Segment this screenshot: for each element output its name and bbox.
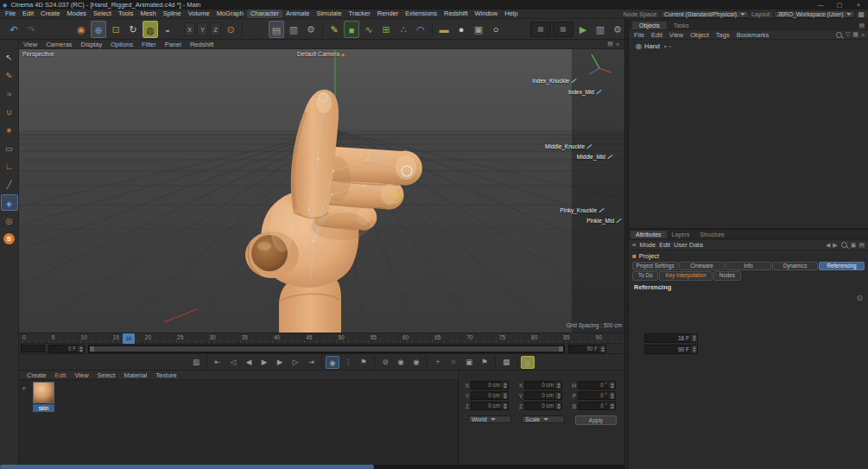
flatten-tool-icon[interactable]: ▭ [1, 140, 18, 156]
arrow-tool-icon[interactable]: ↖ [1, 49, 18, 66]
coord-mode-dropdown[interactable]: Scale [522, 415, 565, 423]
render-team-icon[interactable]: ▥ [592, 21, 608, 38]
mirror-tool-icon[interactable]: ◈ [1, 194, 18, 211]
objects-menu-tags[interactable]: Tags [713, 31, 733, 39]
maximize-button[interactable]: ▢ [830, 0, 849, 10]
playhead[interactable]: 16 [123, 333, 135, 344]
panel-icon[interactable]: ▤ [858, 242, 865, 249]
coordinate-system-icon[interactable]: ⊙ [223, 21, 238, 38]
previous-key-icon[interactable]: ◁ [226, 356, 240, 369]
pen-tool-icon[interactable]: ✎ [326, 21, 342, 38]
stepper-icon[interactable] [599, 345, 605, 352]
scale-z-field[interactable]: 0 cm [524, 402, 562, 410]
rig-label-middle-knuckle[interactable]: Middle_Knuckle [545, 143, 592, 149]
panel-menu-icon[interactable]: ▤ [858, 22, 865, 29]
scale-y-field[interactable]: 0 cm [524, 391, 562, 400]
play-render-icon[interactable]: ▶ [575, 21, 591, 38]
material-menu-create[interactable]: Create [22, 371, 51, 379]
tag-icon[interactable]: ▫ [668, 43, 670, 49]
view-label[interactable]: Perspective [22, 51, 54, 57]
view-grid-icon[interactable]: ▦ [852, 31, 858, 38]
viewport-panel-icon[interactable]: ▤ [607, 41, 613, 48]
material-menu-select[interactable]: Select [93, 371, 120, 379]
coord-system-dropdown[interactable]: World [468, 415, 511, 423]
apply-button[interactable]: Apply [575, 415, 617, 425]
history-forward-icon[interactable]: ▶ [833, 242, 837, 249]
pos-z-field[interactable]: 0 cm [471, 402, 509, 410]
hand-model[interactable] [245, 90, 422, 333]
range-end-field[interactable]: 90 F [568, 345, 606, 353]
hamburger-icon[interactable]: ≡ [632, 241, 636, 249]
magnet-tool-icon[interactable]: ∪ [1, 104, 18, 120]
tab-referencing[interactable]: Referencing [819, 262, 865, 270]
rot-h-field[interactable]: 0 ° [578, 381, 616, 390]
objects-menu-edit[interactable]: Edit [648, 31, 666, 39]
horizontal-scrollbar[interactable] [0, 465, 624, 469]
rig-label-index-knuckle[interactable]: Index_Knuckle [532, 78, 577, 84]
close-button[interactable]: × [849, 0, 868, 10]
key-rotation-icon[interactable]: ○ [447, 356, 460, 369]
sculpt-badge-icon[interactable]: S [3, 233, 15, 244]
viewport-canvas[interactable]: Perspective Default Camera ◆ Index_Knuck… [19, 49, 624, 333]
key-position-icon[interactable]: + [431, 356, 445, 369]
active-tool-anim-icon[interactable]: ◍ [521, 356, 535, 369]
axis-y-button[interactable]: Y [197, 22, 208, 36]
stepper-icon[interactable] [78, 345, 84, 352]
record-point-level-icon[interactable]: ◉ [394, 356, 408, 369]
object-tree[interactable]: ◎ Hand ▪ ▫ [629, 40, 868, 228]
range-slider-thumb[interactable] [90, 346, 563, 352]
undo-icon[interactable]: ↶ [6, 21, 22, 38]
stepper-icon[interactable] [502, 382, 508, 389]
spike-tool-icon[interactable]: ∗ [1, 122, 18, 138]
viewport-menu-panel[interactable]: Panel [161, 41, 186, 48]
rot-p-field[interactable]: 0 ° [578, 391, 616, 400]
timeline-ruler[interactable]: 0 5 10 15 20 25 30 35 40 45 50 55 60 65 … [19, 333, 624, 343]
viewport-menu-redshift[interactable]: Redshift [186, 41, 219, 48]
objects-menu-view[interactable]: View [666, 31, 687, 39]
menu-tracker[interactable]: Tracker [345, 10, 374, 18]
mode-menu[interactable]: Mode [639, 241, 656, 249]
camera-label[interactable]: Default Camera ◆ [297, 51, 345, 57]
tab-nodes[interactable]: Nodes [713, 271, 741, 281]
viewport-menu-options[interactable]: Options [106, 41, 137, 48]
record-keyframe-icon[interactable]: ◉ [326, 356, 339, 369]
material-thumbnail-skin[interactable] [33, 382, 54, 403]
play-icon[interactable]: ▶ [257, 356, 271, 369]
menu-extensions[interactable]: Extensions [402, 10, 440, 18]
stepper-icon[interactable] [691, 334, 697, 342]
sky-icon[interactable]: ● [453, 21, 469, 38]
snap-grid-icon[interactable]: ▦ [499, 356, 513, 369]
layout-panel-b-icon[interactable]: ▦ [553, 22, 573, 37]
menu-file[interactable]: File [2, 10, 19, 18]
tab-structure[interactable]: Structure [695, 231, 730, 238]
floor-icon[interactable]: ▬ [436, 21, 452, 38]
menu-render[interactable]: Render [374, 10, 402, 18]
knife-tool-icon[interactable]: ╱ [1, 176, 18, 193]
active-tool-icon[interactable]: ◍ [143, 21, 158, 38]
spline-primitive-icon[interactable]: ∿ [361, 21, 377, 38]
lock-icon[interactable]: ▣ [851, 242, 857, 249]
tab-project-settings[interactable]: Project Settings [632, 262, 678, 270]
tab-to-do[interactable]: To Do [632, 271, 658, 281]
record-off-icon[interactable]: ⊘ [378, 356, 392, 369]
viewport-menu-display[interactable]: Display [77, 41, 107, 48]
menu-tools[interactable]: Tools [115, 10, 137, 18]
goto-end-icon[interactable]: ⇥ [304, 356, 318, 369]
goto-start-icon[interactable]: ⇤ [211, 356, 225, 369]
tweak-tool-icon[interactable]: ◒ [160, 21, 175, 38]
menu-modes[interactable]: Modes [64, 10, 91, 18]
layout-dropdown[interactable]: JBRO_Workspace (User) [774, 10, 856, 18]
add-material-icon[interactable]: + [22, 384, 26, 393]
stage-icon[interactable]: ▣ [471, 21, 486, 38]
ruler-tool-icon[interactable]: ∟ [1, 158, 18, 174]
stepper-icon[interactable] [502, 392, 508, 399]
rig-label-middle-mid[interactable]: Middle_Mid [577, 154, 613, 160]
next-frame-icon[interactable]: ▶ [273, 356, 287, 369]
range-start-field[interactable]: 0 F [48, 345, 85, 353]
workspace-grid-icon[interactable]: ▦ [858, 10, 865, 18]
next-key-icon[interactable]: ▷ [288, 356, 302, 369]
menu-character[interactable]: Character [247, 10, 282, 18]
stepper-icon[interactable] [609, 392, 615, 399]
material-name-label[interactable]: skin [33, 404, 54, 412]
update-circle-icon[interactable]: ⊙ [856, 294, 863, 302]
